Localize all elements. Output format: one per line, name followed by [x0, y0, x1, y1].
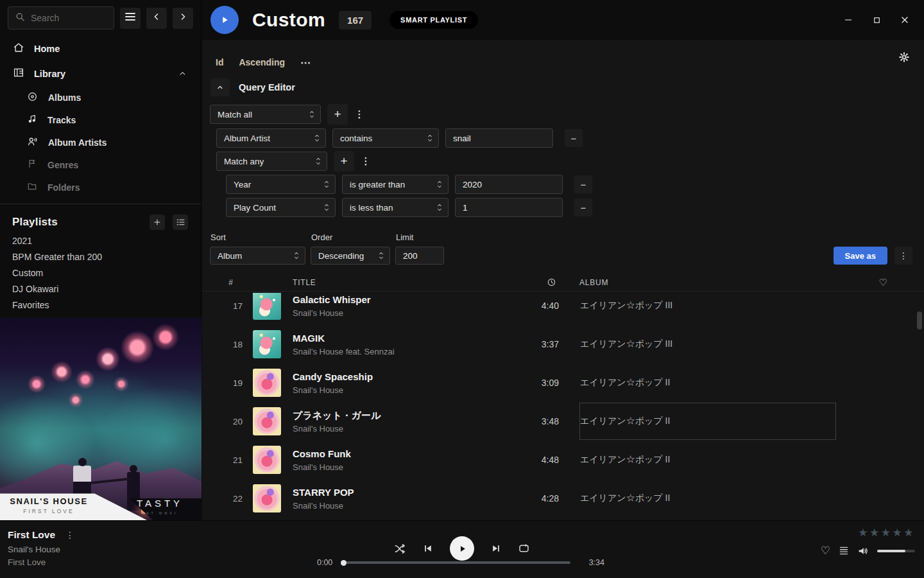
- sort-field-button[interactable]: Id: [216, 57, 223, 67]
- rule-field-select[interactable]: Album Artist: [216, 128, 326, 148]
- sidebar-item-folders[interactable]: Folders: [0, 176, 201, 198]
- rule-field-select[interactable]: Play Count: [226, 198, 336, 217]
- minimize-button[interactable]: [834, 6, 862, 34]
- match-all-select[interactable]: Match all: [210, 105, 321, 124]
- rule-value-input[interactable]: [455, 175, 563, 194]
- group-menu-icon[interactable]: ⋮: [354, 109, 364, 120]
- add-rule-button[interactable]: +: [327, 104, 348, 125]
- next-button[interactable]: [491, 543, 501, 554]
- track-album[interactable]: エイリアン☆ポップ II: [579, 441, 836, 478]
- column-header-duration[interactable]: [514, 277, 559, 287]
- smart-playlist-badge: SMART PLAYLIST: [389, 11, 478, 29]
- previous-button[interactable]: [423, 543, 433, 554]
- select-caret-icon: [427, 134, 432, 143]
- sort-select[interactable]: Album: [210, 247, 305, 265]
- playlist-item[interactable]: DJ Okawari: [0, 281, 201, 297]
- repeat-button[interactable]: [518, 543, 530, 554]
- chevron-up-icon[interactable]: [178, 69, 187, 80]
- sort-direction-button[interactable]: Ascending: [239, 57, 285, 67]
- table-row[interactable]: 18 MAGIK Snail's House feat. Sennzai 3:3…: [202, 325, 924, 363]
- rule-value-input[interactable]: [455, 198, 563, 217]
- menu-button[interactable]: [120, 8, 141, 29]
- sidebar-item-albums[interactable]: Albums: [0, 86, 201, 109]
- table-row[interactable]: 20 プラネット・ガール Snail's House 3:48 エイリアン☆ポッ…: [202, 402, 924, 441]
- playlist-item[interactable]: 2021: [0, 232, 201, 249]
- volume-slider[interactable]: [877, 550, 915, 552]
- playlist-item[interactable]: BPM Greater than 200: [0, 249, 201, 265]
- remove-rule-button[interactable]: −: [574, 175, 592, 193]
- remove-rule-button[interactable]: −: [574, 198, 592, 216]
- table-row[interactable]: 21 Cosmo Funk Snail's House 4:48 エイリアン☆ポ…: [202, 441, 924, 479]
- play-pause-button[interactable]: [450, 536, 474, 561]
- sidebar-item-genres[interactable]: Genres: [0, 153, 201, 176]
- table-row[interactable]: 22 STARRY POP Snail's House 4:28 エイリアン☆ポ…: [202, 479, 924, 518]
- search-input[interactable]: [31, 13, 107, 23]
- track-artist: Snail's House: [293, 501, 514, 511]
- star-icon[interactable]: ★: [893, 527, 904, 539]
- table-row[interactable]: 17 Galactic Whisper Snail's House 4:40 エ…: [202, 293, 924, 325]
- track-album[interactable]: エイリアン☆ポップ II: [579, 480, 836, 517]
- sidebar-item-library[interactable]: Library: [0, 61, 201, 86]
- sidebar-item-label: Albums: [48, 92, 81, 103]
- back-button[interactable]: [146, 8, 167, 29]
- rule-operator-select[interactable]: is less than: [342, 198, 449, 217]
- star-icon[interactable]: ★: [858, 527, 869, 539]
- rule-value-input[interactable]: [445, 128, 553, 148]
- track-list: 17 Galactic Whisper Snail's House 4:40 エ…: [202, 293, 924, 520]
- sidebar-item-tracks[interactable]: Tracks: [0, 109, 201, 131]
- add-playlist-button[interactable]: [150, 215, 165, 230]
- match-any-select[interactable]: Match any: [216, 152, 327, 171]
- more-options-icon[interactable]: ⋯: [300, 57, 311, 69]
- play-playlist-button[interactable]: [210, 6, 239, 34]
- gear-icon[interactable]: [898, 51, 910, 66]
- seek-slider[interactable]: [342, 561, 570, 564]
- add-rule-button[interactable]: +: [334, 151, 354, 171]
- rule-field-select[interactable]: Year: [226, 175, 336, 194]
- shuffle-button[interactable]: [394, 543, 406, 554]
- track-album-focused-cell[interactable]: エイリアン☆ポップ II: [579, 403, 836, 440]
- queue-icon[interactable]: [839, 546, 849, 556]
- playlist-list-button[interactable]: [173, 215, 188, 230]
- table-row[interactable]: 19 Candy Spaceship Snail's House 3:09 エイ…: [202, 363, 924, 402]
- track-album[interactable]: エイリアン☆ポップ III: [579, 293, 836, 324]
- group-menu-icon[interactable]: ⋮: [361, 155, 371, 167]
- column-header-title[interactable]: TITLE: [293, 278, 514, 287]
- star-icon[interactable]: ★: [881, 527, 893, 539]
- order-select[interactable]: Descending: [311, 247, 390, 265]
- close-button[interactable]: [891, 6, 919, 34]
- rule-operator-select[interactable]: is greater than: [342, 175, 449, 194]
- scrollbar-thumb[interactable]: [917, 311, 922, 329]
- select-caret-icon: [437, 203, 442, 212]
- now-playing-menu-icon[interactable]: ⋮: [65, 530, 74, 540]
- track-album[interactable]: エイリアン☆ポップ III: [579, 326, 836, 363]
- star-icon[interactable]: ★: [869, 527, 881, 539]
- banner-brand: TASTY: [122, 498, 198, 509]
- banner-artist: SNAIL'S HOUSE: [0, 496, 98, 506]
- rule-operator-select[interactable]: contains: [332, 128, 439, 148]
- save-menu-icon[interactable]: ⋮: [894, 247, 912, 265]
- heart-column-icon[interactable]: ♡: [843, 277, 924, 287]
- collapse-query-editor-button[interactable]: [210, 78, 230, 96]
- track-album[interactable]: エイリアン☆ポップ II: [579, 364, 836, 401]
- sidebar-item-album-artists[interactable]: Album Artists: [0, 131, 201, 153]
- save-as-button[interactable]: Save as: [834, 247, 887, 265]
- track-duration: 4:40: [514, 301, 559, 311]
- app-window: Home Library Albums Tracks: [0, 0, 924, 578]
- maximize-button[interactable]: [862, 6, 891, 34]
- search-box[interactable]: [8, 6, 114, 30]
- track-duration: 4:28: [514, 493, 559, 504]
- volume-icon[interactable]: [857, 546, 869, 556]
- column-header-number[interactable]: #: [218, 278, 244, 287]
- limit-input[interactable]: [395, 247, 444, 265]
- sidebar-item-home[interactable]: Home: [0, 36, 201, 61]
- star-icon[interactable]: ★: [903, 527, 915, 539]
- playlist-item[interactable]: Custom: [0, 265, 201, 281]
- favorite-heart-icon[interactable]: ♡: [821, 545, 830, 556]
- select-caret-icon: [294, 251, 299, 260]
- playlist-item[interactable]: Favorites: [0, 297, 201, 313]
- remove-rule-button[interactable]: −: [565, 129, 583, 147]
- column-header-album[interactable]: ALBUM: [573, 278, 843, 287]
- rating-stars[interactable]: ★★★★★: [812, 527, 915, 538]
- forward-button[interactable]: [173, 8, 193, 29]
- seek-handle[interactable]: [341, 560, 346, 566]
